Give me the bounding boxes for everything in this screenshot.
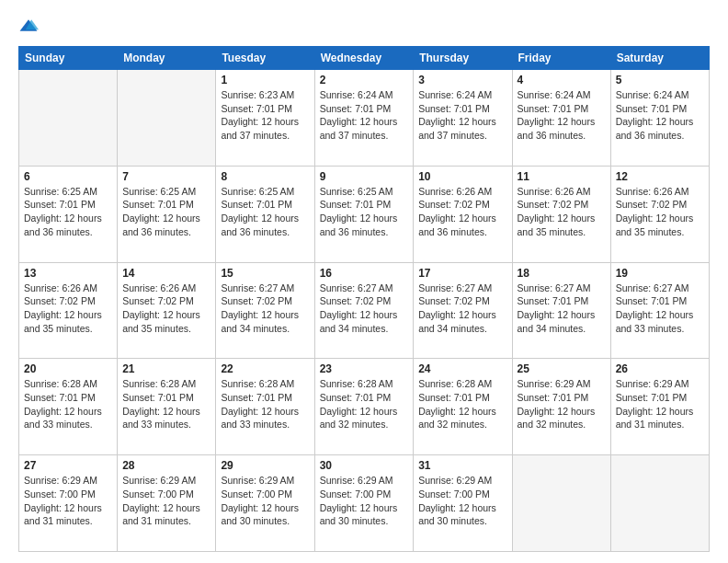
calendar-cell: 27Sunrise: 6:29 AMSunset: 7:00 PMDayligh… <box>19 455 118 552</box>
day-info: Sunrise: 6:24 AMSunset: 7:01 PMDaylight:… <box>518 88 606 143</box>
weekday-sunday: Sunday <box>19 47 118 70</box>
day-info: Sunrise: 6:26 AMSunset: 7:02 PMDaylight:… <box>518 185 606 239</box>
day-info: Sunrise: 6:27 AMSunset: 7:02 PMDaylight:… <box>418 282 506 336</box>
calendar-cell <box>118 70 216 167</box>
day-info: Sunrise: 6:25 AMSunset: 7:01 PMDaylight:… <box>221 185 309 239</box>
day-info: Sunrise: 6:26 AMSunset: 7:02 PMDaylight:… <box>418 185 506 239</box>
day-info: Sunrise: 6:26 AMSunset: 7:02 PMDaylight:… <box>616 185 704 239</box>
day-info: Sunrise: 6:29 AMSunset: 7:00 PMDaylight:… <box>24 474 112 528</box>
calendar-cell: 30Sunrise: 6:29 AMSunset: 7:00 PMDayligh… <box>314 455 414 552</box>
day-info: Sunrise: 6:25 AMSunset: 7:01 PMDaylight:… <box>122 185 210 239</box>
week-row-5: 27Sunrise: 6:29 AMSunset: 7:00 PMDayligh… <box>19 455 710 552</box>
calendar-cell: 8Sunrise: 6:25 AMSunset: 7:01 PMDaylight… <box>216 166 314 262</box>
calendar-cell: 12Sunrise: 6:26 AMSunset: 7:02 PMDayligh… <box>610 166 709 262</box>
calendar-cell: 2Sunrise: 6:24 AMSunset: 7:01 PMDaylight… <box>314 70 414 167</box>
day-number: 31 <box>418 459 506 472</box>
day-number: 13 <box>24 267 112 280</box>
day-info: Sunrise: 6:26 AMSunset: 7:02 PMDaylight:… <box>122 282 210 336</box>
calendar-cell: 22Sunrise: 6:28 AMSunset: 7:01 PMDayligh… <box>216 359 314 455</box>
day-info: Sunrise: 6:24 AMSunset: 7:01 PMDaylight:… <box>616 88 704 143</box>
calendar-cell: 31Sunrise: 6:29 AMSunset: 7:00 PMDayligh… <box>414 455 512 552</box>
day-number: 8 <box>221 170 309 183</box>
day-number: 14 <box>122 267 210 280</box>
day-info: Sunrise: 6:29 AMSunset: 7:00 PMDaylight:… <box>418 474 506 528</box>
day-number: 3 <box>418 74 506 86</box>
calendar: SundayMondayTuesdayWednesdayThursdayFrid… <box>18 46 710 552</box>
day-info: Sunrise: 6:25 AMSunset: 7:01 PMDaylight:… <box>24 185 112 239</box>
calendar-cell: 6Sunrise: 6:25 AMSunset: 7:01 PMDaylight… <box>19 166 118 262</box>
day-info: Sunrise: 6:28 AMSunset: 7:01 PMDaylight:… <box>122 377 210 431</box>
weekday-saturday: Saturday <box>610 47 709 70</box>
weekday-thursday: Thursday <box>414 47 512 70</box>
day-number: 16 <box>320 267 409 280</box>
day-number: 27 <box>24 459 112 472</box>
day-info: Sunrise: 6:28 AMSunset: 7:01 PMDaylight:… <box>320 377 409 431</box>
day-number: 25 <box>518 362 606 375</box>
day-number: 22 <box>221 362 309 375</box>
day-info: Sunrise: 6:27 AMSunset: 7:02 PMDaylight:… <box>320 282 409 336</box>
day-number: 15 <box>221 267 309 280</box>
day-info: Sunrise: 6:28 AMSunset: 7:01 PMDaylight:… <box>24 377 112 431</box>
calendar-cell: 16Sunrise: 6:27 AMSunset: 7:02 PMDayligh… <box>314 262 414 359</box>
calendar-cell: 1Sunrise: 6:23 AMSunset: 7:01 PMDaylight… <box>216 70 314 167</box>
day-info: Sunrise: 6:29 AMSunset: 7:00 PMDaylight:… <box>221 474 309 528</box>
calendar-cell <box>610 455 709 552</box>
day-info: Sunrise: 6:28 AMSunset: 7:01 PMDaylight:… <box>221 377 309 431</box>
calendar-cell: 18Sunrise: 6:27 AMSunset: 7:01 PMDayligh… <box>512 262 610 359</box>
day-number: 19 <box>616 267 704 280</box>
day-number: 6 <box>24 170 112 183</box>
weekday-monday: Monday <box>118 47 216 70</box>
day-info: Sunrise: 6:24 AMSunset: 7:01 PMDaylight:… <box>418 88 506 143</box>
calendar-cell <box>19 70 118 167</box>
calendar-cell: 15Sunrise: 6:27 AMSunset: 7:02 PMDayligh… <box>216 262 314 359</box>
calendar-cell: 21Sunrise: 6:28 AMSunset: 7:01 PMDayligh… <box>118 359 216 455</box>
day-info: Sunrise: 6:29 AMSunset: 7:01 PMDaylight:… <box>616 377 704 431</box>
calendar-cell: 19Sunrise: 6:27 AMSunset: 7:01 PMDayligh… <box>610 262 709 359</box>
day-info: Sunrise: 6:27 AMSunset: 7:02 PMDaylight:… <box>221 282 309 336</box>
calendar-cell: 26Sunrise: 6:29 AMSunset: 7:01 PMDayligh… <box>610 359 709 455</box>
day-number: 4 <box>518 74 606 86</box>
day-number: 26 <box>616 362 704 375</box>
day-number: 9 <box>320 170 409 183</box>
calendar-cell <box>512 455 610 552</box>
week-row-3: 13Sunrise: 6:26 AMSunset: 7:02 PMDayligh… <box>19 262 710 359</box>
calendar-cell: 4Sunrise: 6:24 AMSunset: 7:01 PMDaylight… <box>512 70 610 167</box>
week-row-1: 1Sunrise: 6:23 AMSunset: 7:01 PMDaylight… <box>19 70 710 167</box>
header <box>18 17 710 37</box>
day-number: 17 <box>418 267 506 280</box>
calendar-cell: 11Sunrise: 6:26 AMSunset: 7:02 PMDayligh… <box>512 166 610 262</box>
calendar-cell: 14Sunrise: 6:26 AMSunset: 7:02 PMDayligh… <box>118 262 216 359</box>
day-number: 24 <box>418 362 506 375</box>
day-info: Sunrise: 6:24 AMSunset: 7:01 PMDaylight:… <box>320 88 409 143</box>
calendar-cell: 13Sunrise: 6:26 AMSunset: 7:02 PMDayligh… <box>19 262 118 359</box>
day-number: 10 <box>418 170 506 183</box>
calendar-cell: 5Sunrise: 6:24 AMSunset: 7:01 PMDaylight… <box>610 70 709 167</box>
day-number: 7 <box>122 170 210 183</box>
day-number: 5 <box>616 74 704 86</box>
calendar-cell: 23Sunrise: 6:28 AMSunset: 7:01 PMDayligh… <box>314 359 414 455</box>
day-number: 30 <box>320 459 409 472</box>
logo-icon <box>18 17 39 37</box>
calendar-cell: 24Sunrise: 6:28 AMSunset: 7:01 PMDayligh… <box>414 359 512 455</box>
weekday-header-row: SundayMondayTuesdayWednesdayThursdayFrid… <box>19 47 710 70</box>
page: SundayMondayTuesdayWednesdayThursdayFrid… <box>0 0 728 563</box>
day-number: 20 <box>24 362 112 375</box>
day-number: 23 <box>320 362 409 375</box>
day-info: Sunrise: 6:23 AMSunset: 7:01 PMDaylight:… <box>221 88 309 143</box>
day-info: Sunrise: 6:27 AMSunset: 7:01 PMDaylight:… <box>518 282 606 336</box>
weekday-tuesday: Tuesday <box>216 47 314 70</box>
day-info: Sunrise: 6:28 AMSunset: 7:01 PMDaylight:… <box>418 377 506 431</box>
day-info: Sunrise: 6:26 AMSunset: 7:02 PMDaylight:… <box>24 282 112 336</box>
calendar-cell: 28Sunrise: 6:29 AMSunset: 7:00 PMDayligh… <box>118 455 216 552</box>
day-number: 12 <box>616 170 704 183</box>
calendar-cell: 17Sunrise: 6:27 AMSunset: 7:02 PMDayligh… <box>414 262 512 359</box>
day-number: 21 <box>122 362 210 375</box>
weekday-friday: Friday <box>512 47 610 70</box>
calendar-cell: 10Sunrise: 6:26 AMSunset: 7:02 PMDayligh… <box>414 166 512 262</box>
week-row-2: 6Sunrise: 6:25 AMSunset: 7:01 PMDaylight… <box>19 166 710 262</box>
calendar-cell: 25Sunrise: 6:29 AMSunset: 7:01 PMDayligh… <box>512 359 610 455</box>
day-number: 18 <box>518 267 606 280</box>
day-info: Sunrise: 6:29 AMSunset: 7:00 PMDaylight:… <box>122 474 210 528</box>
weekday-wednesday: Wednesday <box>314 47 414 70</box>
day-info: Sunrise: 6:29 AMSunset: 7:00 PMDaylight:… <box>320 474 409 528</box>
